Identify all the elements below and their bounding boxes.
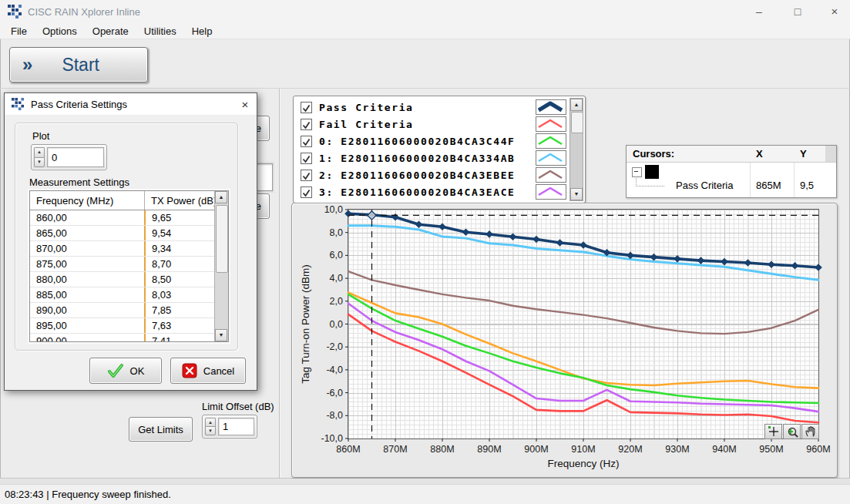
y-tick-label: 2,0 bbox=[330, 296, 343, 307]
scroll-up-icon[interactable] bbox=[215, 191, 227, 203]
minimize-button[interactable]: – bbox=[746, 0, 772, 23]
zoom-tool-button[interactable] bbox=[783, 424, 801, 439]
limit-offset-stepper[interactable]: 1 bbox=[202, 415, 257, 438]
table-row[interactable]: 875,008,70 bbox=[30, 257, 215, 272]
scrollbar-thumb[interactable] bbox=[571, 112, 583, 133]
status-bar: 08:23:43 | Frequency sweep finished. bbox=[0, 484, 850, 504]
plot-index-value[interactable]: 0 bbox=[47, 147, 104, 167]
frequency-header: Frequency (MHz) bbox=[30, 191, 144, 210]
legend-checkbox[interactable] bbox=[301, 186, 312, 198]
legend-swatch[interactable] bbox=[536, 184, 566, 200]
y-tick-label: 6,0 bbox=[330, 250, 343, 260]
tx-power-cell: 8,50 bbox=[144, 272, 215, 287]
legend-label: 0: E28011606000020B4CA3C44F bbox=[319, 136, 536, 147]
data-point-marker bbox=[485, 230, 493, 238]
frequency-cell: 885,00 bbox=[30, 287, 144, 302]
table-row[interactable]: 880,008,50 bbox=[30, 272, 215, 287]
spin-down-icon[interactable] bbox=[34, 157, 45, 168]
get-limits-button[interactable]: Get Limits bbox=[129, 417, 193, 442]
dialog-close-icon[interactable]: × bbox=[233, 98, 257, 111]
ok-button[interactable]: OK bbox=[89, 358, 162, 384]
x-tick-label: 900M bbox=[524, 444, 548, 455]
cursor-name[interactable]: Pass Criteria bbox=[676, 180, 733, 191]
plot-area[interactable]: 860M870M880M890M900M910M920M930M940M950M… bbox=[348, 209, 819, 439]
scroll-up-icon[interactable] bbox=[570, 99, 583, 111]
table-row[interactable]: 870,009,34 bbox=[30, 241, 215, 257]
legend-swatch[interactable] bbox=[536, 99, 566, 115]
menu-file[interactable]: File bbox=[3, 24, 35, 39]
table-row[interactable]: 895,007,63 bbox=[30, 318, 215, 334]
menu-utilities[interactable]: Utilities bbox=[136, 24, 184, 39]
table-row[interactable]: 865,009,54 bbox=[30, 226, 215, 241]
table-row[interactable]: 900,007,41 bbox=[30, 334, 215, 341]
spin-up-icon[interactable] bbox=[205, 418, 216, 426]
chart-panel: Tag Turn-on Power (dBm) 860M870M880M890M… bbox=[291, 203, 838, 478]
start-button[interactable]: » Start bbox=[9, 47, 148, 82]
legend-item[interactable]: 2: E28011606000020B4CA3EBEE bbox=[297, 166, 569, 183]
legend-checkbox[interactable] bbox=[301, 153, 312, 164]
check-icon bbox=[301, 188, 311, 198]
cursors-header: Cursors: X Y bbox=[627, 146, 836, 163]
legend-checkbox[interactable] bbox=[301, 170, 312, 181]
x-tick-label: 910M bbox=[571, 444, 595, 455]
legend-checkbox[interactable] bbox=[301, 136, 312, 147]
legend-item[interactable]: 1: E28011606000020B4CA334AB bbox=[297, 150, 569, 166]
legend-item[interactable]: Fail Criteria bbox=[297, 116, 569, 133]
cancel-icon bbox=[182, 363, 197, 378]
cancel-label: Cancel bbox=[203, 365, 234, 377]
data-point-marker bbox=[462, 228, 470, 236]
table-scrollbar[interactable] bbox=[214, 191, 228, 341]
legend-label: Fail Criteria bbox=[319, 119, 536, 130]
hand-icon bbox=[805, 425, 817, 438]
pass-criteria-dialog: Pass Criteria Settings × Plot 0 Measurem… bbox=[4, 92, 257, 391]
y-tick-label: -10,0 bbox=[321, 433, 344, 444]
menu-operate[interactable]: Operate bbox=[85, 24, 136, 39]
tx-power-cell: 8,70 bbox=[144, 257, 215, 271]
menu-help[interactable]: Help bbox=[184, 24, 220, 39]
scroll-down-icon[interactable] bbox=[570, 188, 583, 200]
ok-label: OK bbox=[130, 365, 145, 377]
spin-down-icon[interactable] bbox=[205, 426, 216, 435]
legend-swatch[interactable] bbox=[536, 167, 566, 183]
app-window: { "window": { "title": "CISC RAIN Xplore… bbox=[0, 0, 850, 504]
x-tick-label: 920M bbox=[618, 444, 642, 455]
legend-checkbox[interactable] bbox=[301, 119, 312, 130]
legend-item[interactable]: 3: E28011606000020B4CA3EACE bbox=[297, 183, 569, 200]
table-row[interactable]: 885,008,03 bbox=[30, 287, 215, 303]
legend-list: Pass CriteriaFail Criteria0: E2801160600… bbox=[297, 99, 569, 200]
crosshair-icon bbox=[768, 425, 780, 438]
legend-label: 3: E28011606000020B4CA3EACE bbox=[319, 186, 536, 198]
menu-options[interactable]: Options bbox=[35, 24, 85, 39]
data-point-marker bbox=[674, 255, 681, 263]
window-title: CISC RAIN Xplorer Inline bbox=[28, 6, 140, 18]
legend-panel: Pass CriteriaFail Criteria0: E2801160600… bbox=[293, 96, 586, 203]
cancel-button[interactable]: Cancel bbox=[170, 358, 246, 384]
legend-checkbox[interactable] bbox=[301, 102, 312, 113]
legend-swatch[interactable] bbox=[536, 150, 566, 166]
legend-scrollbar[interactable] bbox=[569, 98, 583, 201]
dialog-title-bar[interactable]: Pass Criteria Settings × bbox=[5, 93, 257, 116]
toolbar-separator bbox=[0, 88, 850, 89]
pan-tool-button[interactable] bbox=[801, 424, 819, 439]
frequency-cell: 860,00 bbox=[30, 210, 144, 225]
maximize-button[interactable]: □ bbox=[784, 0, 811, 23]
legend-swatch[interactable] bbox=[536, 116, 566, 132]
legend-item[interactable]: 0: E28011606000020B4CA3C44F bbox=[297, 133, 569, 150]
y-axis-title: Tag Turn-on Power (dBm) bbox=[300, 210, 311, 438]
legend-swatch[interactable] bbox=[536, 133, 566, 149]
table-row[interactable]: 860,009,65 bbox=[30, 210, 215, 226]
series-line bbox=[348, 304, 818, 412]
data-point-marker bbox=[721, 258, 728, 266]
cursor-marker[interactable] bbox=[368, 211, 376, 220]
limit-offset-label: Limit Offset (dB) bbox=[202, 401, 274, 412]
legend-item[interactable]: Pass Criteria bbox=[297, 99, 569, 116]
tx-power-cell: 7,41 bbox=[144, 334, 215, 341]
limit-offset-value[interactable]: 1 bbox=[218, 418, 254, 435]
table-row[interactable]: 890,007,85 bbox=[30, 303, 215, 318]
plot-index-stepper[interactable]: 0 bbox=[31, 144, 107, 170]
scroll-down-icon[interactable] bbox=[215, 329, 227, 341]
close-button[interactable]: × bbox=[821, 0, 848, 23]
spin-up-icon[interactable] bbox=[34, 147, 45, 157]
scrollbar-thumb[interactable] bbox=[216, 205, 228, 273]
cursor-tool-button[interactable] bbox=[764, 424, 782, 439]
